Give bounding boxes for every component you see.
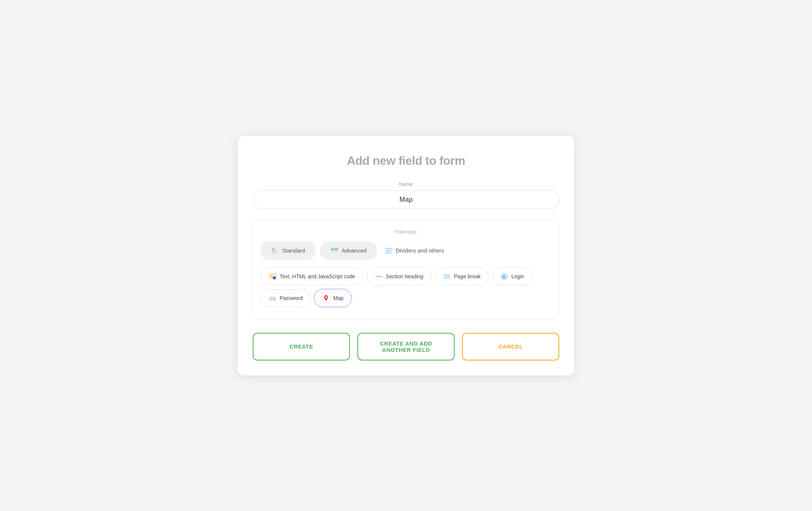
action-buttons: CREATE CREATE AND ADD ANOTHER FIELD CANC… [253,333,559,360]
tab-standard-label: Standard [282,247,305,254]
option-section-heading[interactable]: Section heading [367,267,431,285]
modal-container: Add new field to form Name Field type St… [238,136,574,375]
password-icon [268,294,277,302]
field-type-container: Field type Standard [253,220,559,319]
tab-advanced[interactable]: Advanced [320,241,377,260]
create-and-add-button[interactable]: CREATE AND ADD ANOTHER FIELD [357,333,455,360]
type-tabs: Standard Advanced [261,241,551,260]
svg-text:JS: JS [270,275,273,278]
svg-text:i: i [274,277,274,279]
svg-rect-1 [272,251,278,252]
code-icon: JS i [268,272,277,281]
svg-text:🌐: 🌐 [502,275,506,279]
svg-point-25 [273,298,274,299]
create-button[interactable]: CREATE [253,333,350,360]
standard-icon [271,247,279,255]
map-icon [322,294,330,302]
svg-rect-2 [272,253,276,254]
create-and-add-button-label: CREATE AND ADD ANOTHER FIELD [380,340,432,353]
option-text-html-js-label: Text, HTML and JavaScript code [280,273,355,279]
create-button-label: CREATE [289,343,313,350]
svg-point-23 [270,298,271,299]
option-login-label: Login [511,273,524,279]
login-icon: 🌐 [500,272,508,281]
option-map[interactable]: Map [314,289,351,307]
cancel-button-label: CANCEL [498,343,523,350]
svg-rect-0 [272,248,274,251]
svg-point-26 [275,298,276,299]
name-input[interactable] [253,190,559,209]
name-label: Name [253,181,559,187]
svg-point-24 [272,298,273,299]
dividers-icon [385,247,393,255]
svg-rect-4 [335,248,338,250]
tab-dividers[interactable]: Dividers and others [385,241,444,260]
svg-rect-5 [331,251,338,252]
option-text-html-js[interactable]: JS i Text, HTML and JavaScript code [261,267,363,285]
option-login[interactable]: 🌐 Login [492,267,532,285]
option-password-label: Password [280,295,302,301]
field-type-label: Field type [261,229,551,235]
advanced-icon [330,247,339,255]
svg-point-28 [325,296,327,298]
option-page-break[interactable]: Page break [435,267,489,285]
cancel-button[interactable]: CANCEL [462,333,559,360]
tab-advanced-label: Advanced [342,247,367,254]
tab-dividers-label: Dividers and others [396,247,444,254]
option-password[interactable]: Password [261,289,310,307]
option-page-break-label: Page break [454,273,481,279]
section-heading-icon [375,272,383,281]
tab-standard[interactable]: Standard [261,241,316,260]
option-map-label: Map [333,295,343,301]
svg-rect-6 [331,253,336,253]
page-break-icon [443,272,451,281]
option-section-heading-label: Section heading [386,273,423,279]
page-title: Add new field to form [253,154,559,168]
svg-rect-3 [331,248,334,250]
field-options: JS i Text, HTML and JavaScript code Sect… [261,267,551,307]
